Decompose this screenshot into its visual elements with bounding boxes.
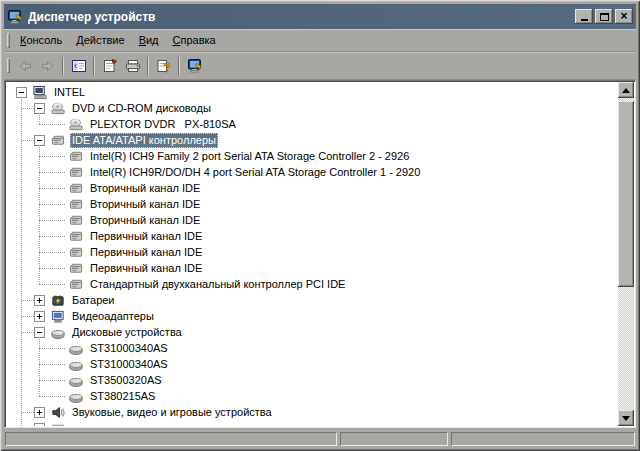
tree-item-label: ST3500320AS [88, 373, 164, 388]
tree-item[interactable]: Первичный канал IDE [7, 260, 617, 276]
tree-item-label: DVD и CD-ROM дисководы [70, 101, 213, 116]
scrollbar-thumb[interactable] [618, 101, 634, 287]
tree-item-label: Первичный канал IDE [88, 245, 204, 260]
tree-guide-line [39, 364, 65, 365]
battery-icon [50, 293, 66, 308]
tree-guide-line [39, 252, 65, 253]
tree-item[interactable]: ST380215AS [7, 388, 617, 404]
tree-item[interactable]: Вторичный канал IDE [7, 196, 617, 212]
tree-item[interactable]: Intel(R) ICH9 Family 2 port Serial ATA S… [7, 148, 617, 164]
disk-icon [68, 357, 84, 372]
title-bar[interactable]: Диспетчер устройств × [4, 4, 636, 29]
tree-item[interactable]: PLEXTOR DVDR PX-810SA [7, 116, 617, 132]
cdrom-icon [68, 117, 84, 132]
ide-icon [68, 229, 84, 244]
ide-icon [50, 133, 66, 148]
scroll-down-button[interactable] [618, 410, 634, 426]
tree-guide-line [21, 140, 34, 141]
scroll-up-icon [622, 88, 630, 93]
tree-item[interactable]: Вторичный канал IDE [7, 212, 617, 228]
back-arrow-icon [17, 58, 33, 74]
ide-icon [68, 277, 84, 292]
show-hide-tree-icon [71, 58, 87, 74]
tree-item[interactable] [7, 420, 617, 426]
show-hide-tree-button[interactable] [67, 55, 90, 77]
unknown-icon [50, 421, 66, 427]
expand-toggle[interactable] [34, 407, 45, 418]
tree-guide-line [39, 236, 65, 237]
ide-icon [68, 245, 84, 260]
tree-item-label: PLEXTOR DVDR PX-810SA [88, 117, 238, 132]
tree-item[interactable]: ST31000340AS [7, 356, 617, 372]
expand-toggle[interactable] [34, 311, 45, 322]
expand-toggle[interactable] [34, 423, 45, 427]
status-cell [340, 432, 448, 446]
tree-item-label: Intel(R) ICH9 Family 2 port Serial ATA S… [88, 149, 411, 164]
disk-icon [68, 389, 84, 404]
toolbar-buttons [13, 55, 206, 77]
tree-item-label: INTEL [52, 85, 87, 100]
tree-item[interactable]: Intel(R) ICH9R/DO/DH 4 port Serial ATA S… [7, 164, 617, 180]
scroll-up-button[interactable] [618, 82, 634, 98]
device-manager-button[interactable] [183, 55, 206, 77]
vertical-scrollbar[interactable] [618, 82, 634, 426]
maximize-button[interactable] [595, 9, 613, 24]
tree-item-label: Вторичный канал IDE [88, 197, 202, 212]
tree-guide-line [39, 380, 65, 381]
tree-item[interactable]: INTEL [7, 84, 617, 100]
collapse-toggle[interactable] [16, 87, 27, 98]
toolbar-separator [93, 57, 95, 75]
tree-item[interactable]: Дисковые устройства [7, 324, 617, 340]
menu-bar: КонсольДействиеВидСправка [4, 29, 636, 52]
cdrom-icon [50, 101, 66, 116]
tree-item[interactable]: DVD и CD-ROM дисководы [7, 100, 617, 116]
tree-item[interactable]: Стандартный двухканальный контроллер PCI… [7, 276, 617, 292]
close-button[interactable]: × [615, 9, 633, 24]
tree-item[interactable]: Вторичный канал IDE [7, 180, 617, 196]
menu-action[interactable]: Действие [69, 31, 131, 49]
tree-item[interactable]: ST3500320AS [7, 372, 617, 388]
menubar-gripper[interactable] [7, 33, 10, 48]
ide-icon [68, 197, 84, 212]
scroll-down-icon [622, 416, 630, 421]
collapse-toggle[interactable] [34, 135, 45, 146]
tree-guide-line [39, 172, 65, 173]
menu-help[interactable]: Справка [166, 31, 223, 49]
tree-item[interactable]: Первичный канал IDE [7, 228, 617, 244]
menu-view[interactable]: Вид [132, 31, 166, 49]
tree-guide-line [39, 268, 65, 269]
tree-guide-line [39, 204, 65, 205]
toolbar-separator [147, 57, 149, 75]
properties-button[interactable] [98, 55, 121, 77]
tree-item[interactable]: Первичный канал IDE [7, 244, 617, 260]
minimize-icon [581, 19, 588, 21]
toolbar-gripper[interactable] [7, 58, 10, 73]
tree-item-label: ST380215AS [88, 389, 157, 404]
toolbar-separator [62, 57, 64, 75]
tree-item-label: Видеоадаптеры [70, 309, 156, 324]
tree-item-label: Дисковые устройства [70, 325, 184, 340]
video-icon [50, 309, 66, 324]
tree-item-label: Intel(R) ICH9R/DO/DH 4 port Serial ATA S… [88, 165, 422, 180]
tree-guide-line [21, 316, 34, 317]
tree-item-label: IDE ATA/ATAPI контроллеры [70, 133, 218, 148]
tree-item[interactable]: Звуковые, видео и игровые устройства [7, 404, 617, 420]
tree-guide-line [21, 412, 34, 413]
ide-icon [68, 165, 84, 180]
menu-console[interactable]: Консоль [13, 31, 69, 49]
device-manager-icon [187, 58, 203, 74]
toolbar-separator [178, 57, 180, 75]
tree-item[interactable]: Видеоадаптеры [7, 308, 617, 324]
tree-item[interactable]: Батареи [7, 292, 617, 308]
status-bar [4, 430, 636, 447]
collapse-toggle[interactable] [34, 103, 45, 114]
help-icon [156, 58, 172, 74]
print-button[interactable] [121, 55, 144, 77]
minimize-button[interactable] [575, 9, 593, 24]
tree-item[interactable]: ST31000340AS [7, 340, 617, 356]
tree-item[interactable]: IDE ATA/ATAPI контроллеры [7, 132, 617, 148]
forward-arrow-icon [40, 58, 56, 74]
expand-toggle[interactable] [34, 295, 45, 306]
help-button[interactable] [152, 55, 175, 77]
collapse-toggle[interactable] [34, 327, 45, 338]
